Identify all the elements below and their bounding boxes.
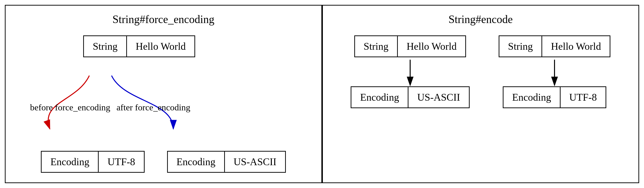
right-left-string-box: String Hello World [354,35,466,57]
right-left-encoding-label: Encoding [352,87,408,108]
right-right-diagram: String Hello World Encoding UTF-8 [499,35,611,173]
left-panel-title: String#force_encoding [112,13,214,26]
after-label: after force_encoding [116,102,190,112]
left-svg-arrows: before force_encoding after force_encodi… [15,35,312,173]
right-right-string-col1: String [500,36,542,56]
before-label: before force_encoding [30,102,110,112]
right-left-arrow-svg [403,57,418,86]
right-left-string-col1: String [355,36,398,56]
right-right-string-box: String Hello World [499,35,611,57]
right-panel-title: String#encode [448,13,513,26]
right-right-encoding-label: Encoding [504,87,560,108]
right-left-diagram: String Hello World Encoding US-ASCII [351,35,470,173]
right-right-string-col2: Hello World [542,36,610,56]
left-panel: String#force_encoding String Hello World [5,5,322,183]
right-left-encoding-value: US-ASCII [408,87,469,108]
right-right-encoding-value: UTF-8 [560,87,606,108]
main-container: String#force_encoding String Hello World [5,5,639,183]
right-left-string-col2: Hello World [398,36,465,56]
right-left-encoding-box: Encoding US-ASCII [351,86,470,108]
right-panel: String#encode String Hello World [322,5,640,183]
right-right-arrow-svg [547,57,562,86]
right-right-encoding-box: Encoding UTF-8 [503,86,606,108]
